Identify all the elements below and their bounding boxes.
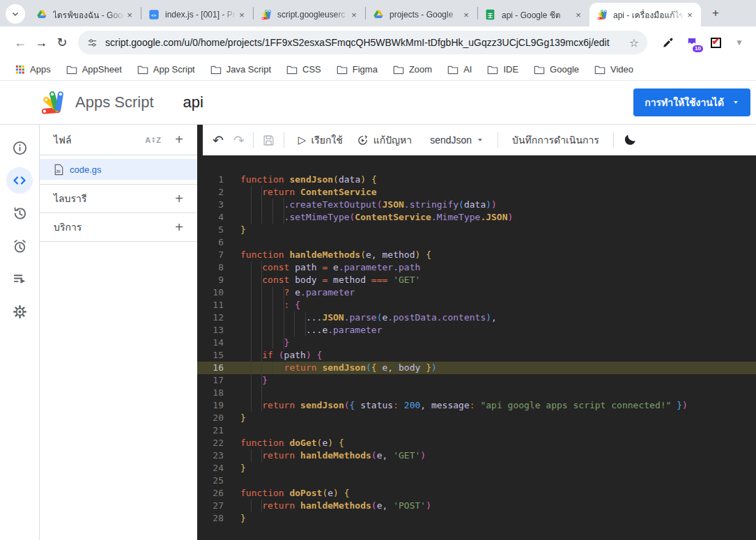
code-line[interactable]: 10? e.parameter [197, 286, 756, 299]
tab-close-icon[interactable]: × [124, 9, 135, 20]
url-text[interactable]: script.google.com/u/0/home/projects/1FF9… [105, 37, 624, 48]
add-file-button[interactable]: + [171, 132, 187, 148]
checkbox-extension-icon[interactable]: ✔ [706, 32, 725, 53]
tab-search-button[interactable] [6, 4, 25, 24]
address-bar[interactable]: script.google.com/u/0/home/projects/1FF9… [78, 31, 647, 54]
code-line[interactable]: 24} [197, 462, 756, 475]
line-number[interactable]: 14 [197, 337, 224, 349]
code-line[interactable]: 13...e.parameter [197, 324, 756, 337]
code-line[interactable]: 1function sendJson(data) { [197, 173, 756, 186]
debug-button[interactable]: แก้ปัญหา [351, 128, 417, 152]
line-number[interactable]: 16 [197, 362, 224, 374]
theme-moon-icon[interactable] [622, 133, 636, 147]
bookmark-figma[interactable]: Figma [330, 61, 384, 77]
file-item-code-gs[interactable]: JS code.gs [40, 159, 197, 180]
line-number[interactable]: 26 [197, 487, 224, 500]
line-number[interactable]: 11 [197, 299, 224, 311]
sidebar-item-executions[interactable] [6, 265, 33, 292]
line-number[interactable]: 10 [197, 286, 224, 299]
new-tab-button[interactable]: + [707, 4, 725, 22]
line-number[interactable]: 19 [197, 399, 224, 412]
line-number[interactable]: 5 [197, 224, 224, 236]
bookmark-apps[interactable]: Apps [8, 61, 57, 77]
code-line[interactable]: 14} [197, 337, 756, 349]
redo-button[interactable]: ↷ [233, 132, 245, 148]
code-line[interactable]: 4.setMimeType(ContentService.MimeType.JS… [197, 211, 756, 224]
line-number[interactable]: 23 [197, 449, 224, 462]
add-service-button[interactable]: + [171, 219, 187, 236]
back-button[interactable]: ← [10, 32, 31, 53]
code-line[interactable]: 26function doPost(e) { [197, 487, 756, 500]
line-number[interactable]: 3 [197, 199, 224, 211]
tab-close-icon[interactable]: × [348, 9, 360, 20]
tab-close-icon[interactable]: × [236, 9, 247, 20]
code-line[interactable]: 9const body = method === 'GET' [197, 274, 756, 286]
bookmark-zoom[interactable]: Zoom [387, 61, 438, 77]
line-number[interactable]: 20 [197, 412, 224, 424]
site-settings-icon[interactable] [86, 37, 98, 49]
bookmark-css[interactable]: CSS [280, 61, 327, 77]
line-number[interactable]: 13 [197, 324, 224, 337]
code-line[interactable]: 2return ContentService [197, 186, 756, 199]
sidebar-item-triggers[interactable] [6, 233, 33, 259]
line-number[interactable]: 21 [197, 424, 224, 437]
sidebar-item-settings[interactable] [6, 298, 33, 325]
code-line[interactable]: 5} [197, 224, 756, 236]
code-line[interactable]: 22function doGet(e) { [197, 437, 756, 449]
undo-button[interactable]: ↶ [213, 132, 224, 148]
browser-tab[interactable]: api - Google ชีต× [478, 3, 589, 26]
line-number[interactable]: 7 [197, 249, 224, 261]
extension-badge-icon[interactable]: 10 [682, 32, 702, 53]
forward-button[interactable]: → [31, 32, 52, 53]
deploy-button[interactable]: การทำให้ใช้งานได้ [633, 88, 750, 116]
line-number[interactable]: 17 [197, 374, 224, 387]
code-line[interactable]: 21 [197, 424, 756, 437]
line-number[interactable]: 27 [197, 500, 224, 512]
browser-tab[interactable]: api - เครื่องมือแก้ไขโ× [589, 3, 701, 26]
line-number[interactable]: 1 [197, 173, 224, 186]
sort-az-icon[interactable]: A▲▼Z [145, 136, 161, 144]
code-line[interactable]: 12...JSON.parse(e.postData.contents), [197, 311, 756, 324]
code-editor[interactable]: 1function sendJson(data) {2return Conten… [197, 155, 756, 540]
function-selector[interactable]: sendJson [424, 130, 489, 150]
line-number[interactable]: 9 [197, 274, 224, 286]
project-title[interactable]: api [183, 93, 203, 111]
line-number[interactable]: 24 [197, 462, 224, 475]
browser-tab[interactable]: <>index.js - [001] - Pr× [141, 3, 253, 26]
code-line[interactable]: 8const path = e.parameter.path [197, 261, 756, 274]
browser-tab[interactable]: script.googleuserc× [254, 3, 365, 26]
bookmark-app-script[interactable]: App Script [131, 61, 201, 77]
eyedropper-extension-icon[interactable] [658, 32, 678, 53]
code-line[interactable]: 6 [197, 236, 756, 249]
line-number[interactable]: 25 [197, 475, 224, 487]
line-number[interactable]: 12 [197, 311, 224, 324]
code-line[interactable]: 17} [197, 374, 756, 387]
reload-button[interactable]: ↻ [52, 32, 72, 53]
line-number[interactable]: 2 [197, 186, 224, 199]
code-line[interactable]: 23return hanldeMethods(e, 'GET') [197, 449, 756, 462]
code-line[interactable]: 20} [197, 412, 756, 424]
bookmark-ai[interactable]: AI [441, 61, 478, 77]
code-line[interactable]: 25 [197, 475, 756, 487]
bookmark-star-icon[interactable]: ☆ [629, 36, 639, 49]
product-name[interactable]: Apps Script [75, 93, 154, 111]
line-number[interactable]: 4 [197, 211, 224, 224]
bookmark-java-script[interactable]: Java Script [204, 61, 277, 77]
bookmark-appsheet[interactable]: AppSheet [60, 61, 128, 77]
extensions-chevron-icon[interactable]: ▼ [730, 32, 749, 53]
code-line[interactable]: 19return sendJson({ status: 200, message… [197, 399, 756, 412]
tab-close-icon[interactable]: × [573, 9, 584, 20]
tab-close-icon[interactable]: × [461, 9, 472, 20]
code-line[interactable]: 7function hanldeMethods(e, method) { [197, 249, 756, 261]
save-icon[interactable] [262, 134, 275, 147]
code-line[interactable]: 3.createTextOutput(JSON.stringify(data)) [197, 199, 756, 211]
add-library-button[interactable]: + [171, 191, 187, 207]
line-number[interactable]: 18 [197, 387, 224, 399]
bookmark-ide[interactable]: IDE [481, 61, 525, 77]
code-line[interactable]: 28} [197, 512, 756, 525]
browser-tab[interactable]: ไดรฟ์ของฉัน - Goog× [29, 3, 141, 26]
bookmark-google[interactable]: Google [527, 61, 585, 77]
line-number[interactable]: 6 [197, 236, 224, 249]
sidebar-item-project-history[interactable] [6, 200, 33, 226]
line-number[interactable]: 28 [197, 512, 224, 525]
